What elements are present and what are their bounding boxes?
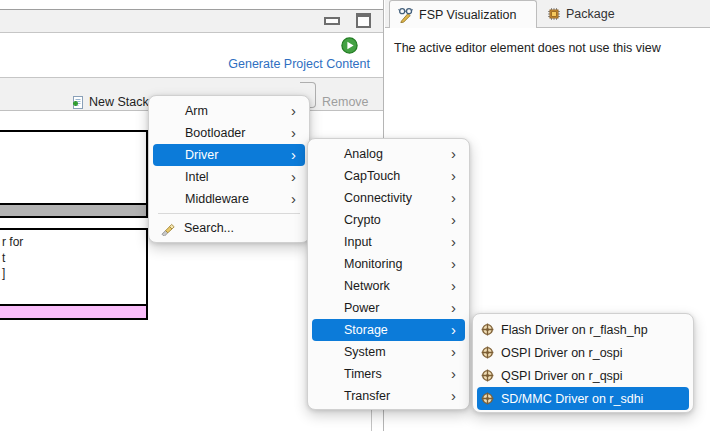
menu-item-timers[interactable]: Timers xyxy=(312,363,465,385)
submenu-chevron-icon xyxy=(451,234,456,249)
submenu-chevron-icon xyxy=(451,212,456,227)
stack-module-box-1[interactable] xyxy=(0,130,148,218)
submenu-chevron-icon xyxy=(291,125,296,140)
context-menu-driver-categories: Analog CapTouch Connectivity Crypto Inpu… xyxy=(307,138,470,410)
menu-item-driver[interactable]: Driver xyxy=(153,144,305,166)
submenu-chevron-icon xyxy=(451,256,456,271)
menu-item-captouch[interactable]: CapTouch xyxy=(312,165,465,187)
menu-item-analog[interactable]: Analog xyxy=(312,143,465,165)
menu-item-intel[interactable]: Intel xyxy=(153,166,305,188)
menu-item-storage[interactable]: Storage xyxy=(312,319,465,341)
menu-item-bootloader[interactable]: Bootloader xyxy=(153,122,305,144)
submenu-chevron-icon xyxy=(451,322,456,337)
fsp-configuration-window: Generate Project Content New Stack Remov… xyxy=(0,0,710,431)
menu-item-flash-driver[interactable]: Flash Driver on r_flash_hp xyxy=(477,318,689,341)
view-message: The active editor element does not use t… xyxy=(394,41,661,55)
tab-package-label: Package xyxy=(566,7,615,21)
maximize-view-icon[interactable] xyxy=(356,13,371,28)
submenu-chevron-icon xyxy=(451,168,456,183)
menu-item-input[interactable]: Input xyxy=(312,231,465,253)
stack-module-box-2[interactable]: r fort] xyxy=(0,228,148,320)
package-chip-icon xyxy=(547,7,561,21)
submenu-chevron-icon xyxy=(451,366,456,381)
menu-item-search[interactable]: Search... xyxy=(153,217,305,239)
context-menu-storage-drivers: Flash Driver on r_flash_hp OSPI Driver o… xyxy=(472,313,694,413)
menu-item-ospi-driver[interactable]: OSPI Driver on r_ospi xyxy=(477,341,689,364)
tab-fsp-visualization[interactable]: FSP Visualization xyxy=(389,0,537,28)
tab-package[interactable]: Package xyxy=(541,1,615,27)
submenu-chevron-icon xyxy=(291,147,296,162)
menu-item-power[interactable]: Power xyxy=(312,297,465,319)
new-stack-button[interactable]: New Stack xyxy=(70,92,149,112)
submenu-chevron-icon xyxy=(451,190,456,205)
menu-item-qspi-driver[interactable]: QSPI Driver on r_qspi xyxy=(477,364,689,387)
module-crosshair-icon xyxy=(481,369,494,382)
tab-fsp-visualization-label: FSP Visualization xyxy=(419,8,517,22)
submenu-chevron-icon xyxy=(451,388,456,403)
menu-item-transfer[interactable]: Transfer xyxy=(312,385,465,407)
stack-module-text: r fort] xyxy=(2,235,23,282)
stack-module-gray-bar xyxy=(0,203,146,216)
menu-item-sd-mmc-driver[interactable]: SD/MMC Driver on r_sdhi xyxy=(477,387,689,410)
menu-item-network[interactable]: Network xyxy=(312,275,465,297)
menu-item-system[interactable]: System xyxy=(312,341,465,363)
search-flashlight-icon xyxy=(161,221,176,236)
submenu-chevron-icon xyxy=(451,300,456,315)
context-menu-categories: Arm Bootloader Driver Intel Middleware xyxy=(148,95,310,243)
submenu-chevron-icon xyxy=(451,278,456,293)
stack-module-pink-bar xyxy=(0,304,146,318)
menu-item-middleware[interactable]: Middleware xyxy=(153,188,305,210)
submenu-chevron-icon xyxy=(451,344,456,359)
menu-item-crypto[interactable]: Crypto xyxy=(312,209,465,231)
module-crosshair-icon xyxy=(481,323,494,336)
menu-item-monitoring[interactable]: Monitoring xyxy=(312,253,465,275)
submenu-chevron-icon xyxy=(291,103,296,118)
submenu-chevron-icon xyxy=(291,169,296,184)
module-crosshair-icon xyxy=(481,392,494,405)
generate-play-icon[interactable] xyxy=(341,37,358,54)
generate-project-content-link[interactable]: Generate Project Content xyxy=(0,57,370,71)
menu-separator xyxy=(158,213,300,214)
module-crosshair-icon xyxy=(481,346,494,359)
new-stack-label: New Stack xyxy=(89,95,149,109)
minimize-view-icon[interactable] xyxy=(324,17,340,25)
new-stack-icon xyxy=(70,95,84,110)
submenu-chevron-icon xyxy=(451,146,456,161)
fsp-visualization-icon xyxy=(398,7,414,23)
submenu-chevron-icon xyxy=(291,191,296,206)
remove-button[interactable]: Remove xyxy=(322,92,369,112)
menu-item-connectivity[interactable]: Connectivity xyxy=(312,187,465,209)
menu-item-arm[interactable]: Arm xyxy=(153,100,305,122)
